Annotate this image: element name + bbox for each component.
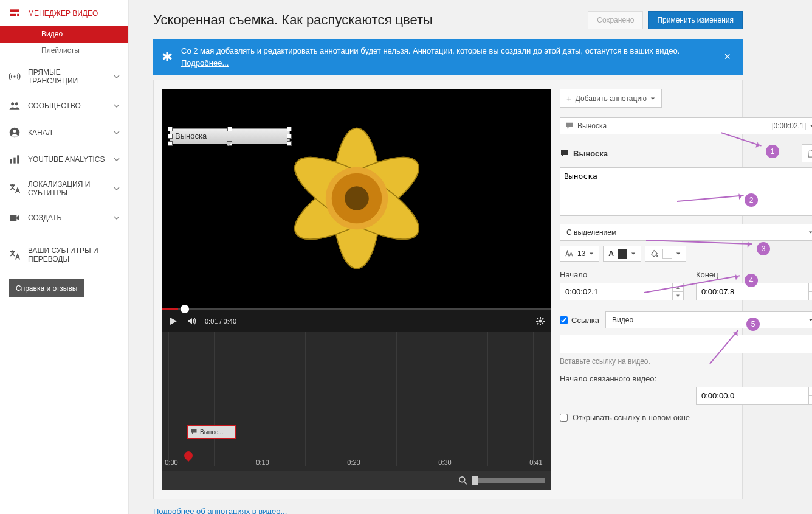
- callout-badge-1: 1: [766, 145, 779, 158]
- link-type-select[interactable]: Видео: [605, 311, 812, 328]
- svg-point-5: [15, 102, 18, 105]
- alert-more-link[interactable]: Подробнее...: [181, 58, 229, 68]
- spinner-up[interactable]: ▲: [809, 387, 812, 396]
- community-icon: [9, 100, 21, 112]
- style-select[interactable]: С выделением: [560, 224, 812, 241]
- bg-color-select[interactable]: [645, 246, 686, 262]
- sidebar: МЕНЕДЖЕР ВИДЕО Видео Плейлисты ПРЯМЫЕ ТР…: [0, 0, 129, 514]
- callout-badge-3: 3: [757, 242, 770, 255]
- annotation-text-input[interactable]: [560, 167, 812, 216]
- caret-down-icon: [810, 123, 812, 128]
- text-color-select[interactable]: A: [603, 246, 641, 262]
- play-icon[interactable]: [168, 316, 178, 326]
- sidebar-item-video[interactable]: Видео: [0, 26, 128, 43]
- learn-more-link[interactable]: Подробнее об аннотациях в видео...: [153, 507, 287, 514]
- caret-down-icon: [808, 318, 812, 322]
- svg-point-20: [345, 186, 369, 210]
- page-title: Ускоренная съемка. Как распускаются цвет…: [153, 12, 588, 28]
- annotation-list-item[interactable]: Выноска [0:00:02.1]: [560, 117, 812, 134]
- help-feedback-button[interactable]: Справка и отзывы: [9, 279, 84, 297]
- timeline-tick: 0:20: [347, 459, 360, 466]
- svg-rect-10: [17, 155, 19, 163]
- link-checkbox[interactable]: Ссылка: [560, 316, 599, 325]
- spinner-down[interactable]: ▼: [673, 292, 683, 300]
- svg-point-3: [13, 75, 15, 77]
- chevron-down-icon: [114, 215, 120, 221]
- svg-rect-2: [17, 14, 19, 16]
- link-url-input[interactable]: [560, 335, 812, 353]
- svg-point-22: [459, 477, 465, 482]
- spinner-down[interactable]: ▼: [809, 292, 812, 300]
- settings-icon[interactable]: [535, 316, 545, 326]
- progress-thumb[interactable]: [181, 305, 189, 313]
- sidebar-item-live[interactable]: ПРЯМЫЕ ТРАНСЛЯЦИИ: [0, 61, 128, 92]
- broadcast-icon: [9, 71, 21, 83]
- timeline-tick: 0:10: [256, 459, 269, 466]
- timeline-tick: 0:41: [529, 459, 542, 466]
- annotation-type-label: Выноска: [573, 149, 608, 158]
- saved-status: Сохранено: [588, 11, 643, 29]
- add-annotation-button[interactable]: + Добавить аннотацию: [560, 89, 662, 108]
- sidebar-item-playlists[interactable]: Плейлисты: [0, 43, 128, 61]
- paint-bucket-icon: [650, 249, 659, 258]
- chevron-down-icon: [114, 103, 120, 109]
- sidebar-item-your-subtitles[interactable]: ВАШИ СУБТИТРЫ И ПЕРЕВОДЫ: [0, 239, 128, 271]
- volume-icon[interactable]: [187, 316, 196, 326]
- apply-button[interactable]: Применить изменения: [648, 11, 743, 29]
- annotation-time: [0:00:02.1]: [771, 122, 806, 130]
- delete-annotation-button[interactable]: [802, 144, 812, 162]
- new-window-label: Открывать ссылку в новом окне: [573, 413, 690, 422]
- timeline[interactable]: 0:00 0:10 0:20 0:30 0:41 Вынос...: [162, 332, 551, 490]
- svg-point-21: [539, 320, 542, 323]
- new-window-checkbox[interactable]: [560, 414, 568, 422]
- svg-point-4: [11, 102, 14, 105]
- svg-rect-11: [10, 215, 17, 221]
- speech-bubble-icon: [190, 428, 198, 436]
- video-manager-icon: [9, 7, 21, 19]
- callout-badge-5: 5: [746, 318, 760, 331]
- caret-down-icon: [589, 251, 594, 256]
- callout-badge-4: 4: [745, 274, 758, 287]
- svg-rect-9: [13, 158, 15, 164]
- caret-down-icon: [650, 96, 655, 101]
- timeline-tick: 0:00: [165, 459, 177, 466]
- start-time-input[interactable]: ▲▼: [560, 283, 684, 300]
- font-size-select[interactable]: 13: [560, 246, 599, 262]
- start-label: Начало: [560, 270, 684, 279]
- callout-badge-2: 2: [745, 193, 758, 207]
- chevron-down-icon: [114, 186, 120, 192]
- translate-icon: [9, 249, 21, 261]
- spinner-down[interactable]: ▼: [809, 396, 812, 404]
- sidebar-header[interactable]: МЕНЕДЖЕР ВИДЕО: [0, 0, 128, 26]
- sidebar-item-channel[interactable]: КАНАЛ: [0, 119, 128, 146]
- linked-start-input[interactable]: ▲▼: [696, 387, 812, 405]
- translate-icon: [9, 182, 21, 195]
- create-icon: [9, 212, 21, 224]
- caret-down-icon: [631, 251, 636, 256]
- annotation-overlay[interactable]: Выноска: [170, 128, 290, 144]
- caret-down-icon: [676, 251, 681, 256]
- speech-bubble-icon: [565, 122, 574, 130]
- alert-text: Со 2 мая добавлять и редактировать аннот…: [181, 46, 680, 55]
- time-display: 0:01 / 0:40: [205, 318, 236, 325]
- sidebar-item-analytics[interactable]: YOUTUBE ANALYTICS: [0, 146, 128, 173]
- video-preview[interactable]: Выноска: [162, 89, 551, 308]
- sidebar-item-community[interactable]: СООБЩЕСТВО: [0, 92, 128, 119]
- spinner-up[interactable]: ▲: [809, 283, 812, 292]
- speech-bubble-icon: [560, 148, 569, 158]
- sidebar-item-localization[interactable]: ЛОКАЛИЗАЦИЯ И СУБТИТРЫ: [0, 173, 128, 204]
- trash-icon: [807, 149, 812, 158]
- timeline-tick: 0:30: [438, 459, 451, 466]
- sidebar-item-create[interactable]: СОЗДАТЬ: [0, 204, 128, 231]
- zoom-icon[interactable]: [459, 476, 467, 485]
- timeline-clip[interactable]: Вынос...: [187, 425, 236, 439]
- video-content-placeholder: [162, 89, 551, 308]
- alert-close-button[interactable]: ×: [720, 50, 734, 63]
- chevron-down-icon: [114, 74, 120, 80]
- svg-rect-0: [10, 9, 19, 12]
- progress-bar[interactable]: [162, 308, 551, 310]
- analytics-icon: [9, 153, 21, 165]
- svg-point-7: [13, 130, 16, 133]
- zoom-slider[interactable]: [472, 478, 545, 483]
- linked-start-label: Начало связанного видео:: [560, 374, 812, 383]
